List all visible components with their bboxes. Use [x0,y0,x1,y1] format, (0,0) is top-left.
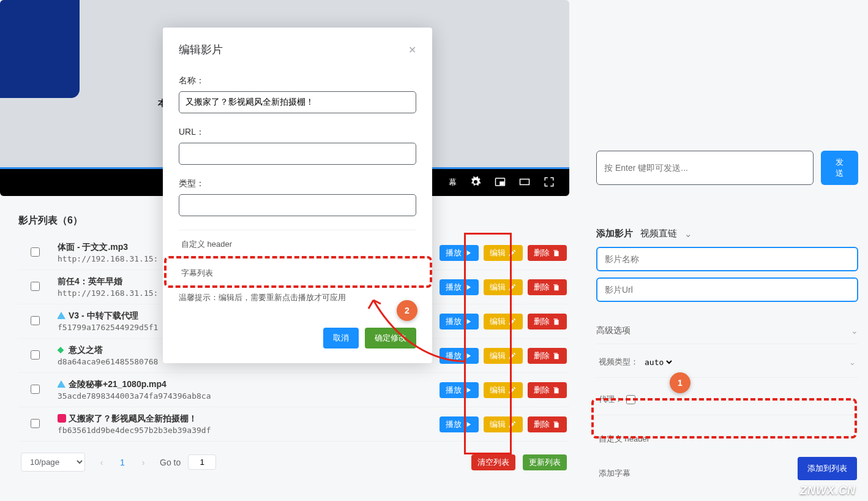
name-input[interactable] [179,91,416,113]
custom-header-section[interactable]: 自定义 header [179,230,416,258]
modal-backdrop [0,0,868,501]
confirm-button[interactable]: 确定修改 [365,328,416,348]
edit-movie-modal: 编辑影片 ✕ 名称： URL： 类型： 自定义 header 字幕列表 温馨提示… [163,28,432,363]
modal-title: 编辑影片 [179,42,223,57]
cancel-button[interactable]: 取消 [323,328,359,348]
url-input[interactable] [179,143,416,165]
annotation-number-1: 1 [670,372,690,393]
watermark: ZNWX.CN [800,484,856,497]
url-label: URL： [179,127,416,138]
name-label: 名称： [179,75,416,86]
type-input[interactable] [179,194,416,216]
modal-tip: 温馨提示：编辑后，需要重新点击播放才可应用 [179,292,416,303]
annotation-number-2: 2 [397,300,417,321]
type-label: 类型： [179,178,416,189]
subtitle-list-section[interactable]: 字幕列表 [179,258,416,287]
close-icon[interactable]: ✕ [408,44,416,56]
